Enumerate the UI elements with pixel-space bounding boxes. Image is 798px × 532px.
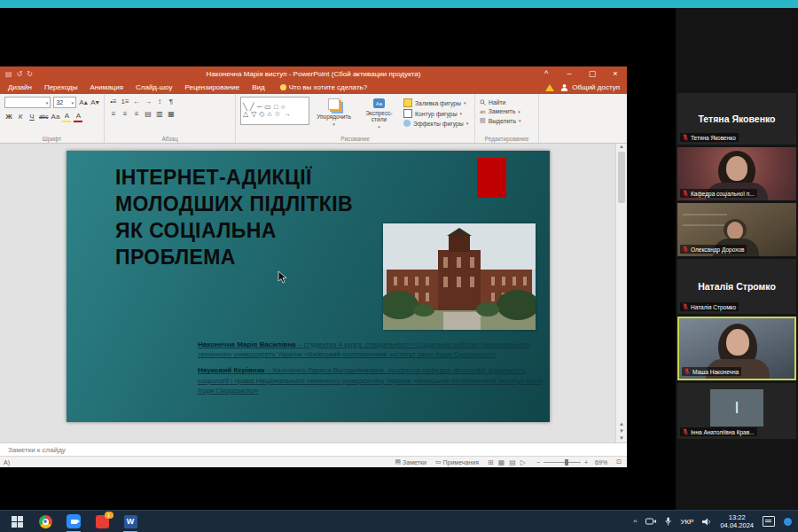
show-hidden-icons-chevron[interactable]: ^ <box>634 518 638 526</box>
word-taskbar-button[interactable]: W <box>121 511 139 532</box>
change-case-button[interactable]: Аа <box>51 112 59 121</box>
shape-effects-button[interactable]: Эффекты фигуры ▾ <box>403 120 468 127</box>
restore-button[interactable]: ▢ <box>581 66 604 81</box>
tab-transitions[interactable]: Переходы <box>38 81 84 94</box>
shape-outline-icon <box>403 109 412 118</box>
shape-fill-button[interactable]: Заливка фигуры ▾ <box>403 98 468 107</box>
justify-icon[interactable]: ▤ <box>144 109 153 119</box>
slide-red-accent-shape[interactable] <box>477 158 506 198</box>
slide-title-textbox[interactable]: ІНТЕРНЕТ-АДИКЦІЇ МОЛОДШИХ ПІДЛІТКІВ ЯК С… <box>115 165 421 271</box>
align-left-icon[interactable]: ≡ <box>109 109 118 119</box>
share-button[interactable]: Общий доступ <box>560 83 620 91</box>
slide-editor-area[interactable]: ІНТЕРНЕТ-АДИКЦІЇ МОЛОДШИХ ПІДЛІТКІВ ЯК С… <box>0 144 627 442</box>
font-size-combobox[interactable]: 32▾ <box>53 97 76 108</box>
slide-canvas[interactable]: ІНТЕРНЕТ-АДИКЦІЇ МОЛОДШИХ ПІДЛІТКІВ ЯК С… <box>66 151 550 422</box>
font-color-button[interactable]: А <box>74 111 82 122</box>
find-button[interactable]: Найти <box>480 99 534 106</box>
highlight-color-button[interactable]: А <box>62 111 71 122</box>
action-center-icon[interactable] <box>763 516 775 527</box>
zoom-taskbar-button[interactable] <box>65 511 82 532</box>
activation-warning-icon[interactable] <box>545 84 554 91</box>
slide-body-textbox[interactable]: Наконечна Марія Василівна – студентка 4 … <box>198 340 552 402</box>
blue-indicator-dot[interactable] <box>784 518 792 526</box>
next-slide-icon[interactable]: ▼ <box>619 428 624 434</box>
tell-me-box[interactable]: Что вы хотите сделать? <box>280 83 367 91</box>
mouse-cursor <box>278 270 287 284</box>
align-center-icon[interactable]: ≡ <box>121 109 129 119</box>
align-right-icon[interactable]: ≡ <box>132 109 141 119</box>
participant-tile[interactable]: Тетяна Яковенко Тетяна Яковенко <box>677 93 796 145</box>
select-button[interactable]: ▧ Выделить ▾ <box>480 117 534 124</box>
magnifier-icon <box>480 99 486 106</box>
shrink-font-icon[interactable]: A▾ <box>90 98 99 107</box>
language-indicator[interactable]: УКР <box>680 518 693 526</box>
ribbon-display-options-icon[interactable]: ^ <box>535 66 558 81</box>
previous-slide-icon[interactable]: ▲ <box>619 421 624 426</box>
save-icon[interactable]: ▤ <box>5 70 12 78</box>
camera-tray-icon[interactable] <box>645 518 656 525</box>
slide-sorter-view-icon[interactable]: ▦ <box>498 458 505 466</box>
quick-styles-button[interactable]: Аа Экспресс- стили ▾ <box>358 97 400 134</box>
university-building-image[interactable] <box>383 223 536 330</box>
tab-slideshow[interactable]: Слайд-шоу <box>129 81 178 94</box>
close-button[interactable]: × <box>604 66 627 81</box>
start-button[interactable] <box>8 511 26 532</box>
microphone-tray-icon[interactable] <box>665 517 671 526</box>
notes-toggle-button[interactable]: ▤ Заметки <box>395 458 426 466</box>
decrease-indent-icon[interactable]: ← <box>132 97 141 106</box>
numbering-icon[interactable]: 1≡ <box>121 97 129 106</box>
participant-tile-active-speaker[interactable]: Маша Наконечна <box>677 317 796 380</box>
slideshow-view-icon[interactable]: ▷ <box>520 458 526 466</box>
bullets-icon[interactable]: •≡ <box>109 97 118 106</box>
participant-tile[interactable]: І Інна Анатоліївна Крав... <box>677 383 796 439</box>
columns-icon[interactable]: ▥ <box>155 109 164 119</box>
vertical-scrollbar[interactable]: ▲ ▲ ▼ ▼ <box>615 144 627 442</box>
notification-app-taskbar-button[interactable]: 1 <box>93 511 111 532</box>
comments-toggle-button[interactable]: ▭ Примечания <box>435 458 479 466</box>
clock-time: 13:22 <box>720 513 754 521</box>
increase-indent-icon[interactable]: → <box>144 97 153 106</box>
italic-button[interactable]: К <box>16 112 25 121</box>
shapes-gallery[interactable]: ╲╱─▭□○ △▽◇⌂☆→ <box>240 97 309 125</box>
taskbar-clock[interactable]: 13:22 04.04.2024 <box>720 513 754 530</box>
meeting-topbar[interactable] <box>0 0 798 8</box>
scrollbar-thumb[interactable] <box>618 152 625 203</box>
zoom-out-icon[interactable]: − <box>536 459 540 466</box>
browser-taskbar-button[interactable] <box>36 511 54 532</box>
normal-view-icon[interactable]: ⊞ <box>488 458 494 466</box>
zoom-percentage[interactable]: 69% <box>595 459 607 466</box>
bold-button[interactable]: Ж <box>4 112 13 121</box>
shape-outline-button[interactable]: Контур фигуры ▾ <box>403 109 468 118</box>
participant-tile[interactable]: Олександр Дорохов <box>677 203 796 256</box>
grow-font-icon[interactable]: A▴ <box>79 98 88 107</box>
reading-view-icon[interactable]: ▤ <box>509 458 516 466</box>
zoom-slider[interactable] <box>544 462 581 463</box>
zoom-slider-thumb[interactable] <box>565 459 568 466</box>
participant-tile[interactable]: Кафедра соціальної п... <box>677 147 796 200</box>
tab-animations[interactable]: Анимация <box>83 81 129 94</box>
fit-to-window-icon[interactable]: ⊡ <box>616 458 622 466</box>
line-spacing-icon[interactable]: ↕ <box>155 97 164 106</box>
text-direction-icon[interactable]: ¶ <box>167 97 176 106</box>
scroll-up-icon[interactable]: ▲ <box>619 144 624 149</box>
font-name-combobox[interactable]: ▾ <box>4 97 51 108</box>
notes-pane[interactable]: Заметки к слайду <box>0 442 627 456</box>
find-label: Найти <box>489 99 505 106</box>
arrange-button[interactable]: Упорядочить ▾ <box>313 97 355 134</box>
underline-button[interactable]: Ч <box>27 112 36 121</box>
volume-tray-icon[interactable] <box>702 518 711 526</box>
replace-button[interactable]: ab Заменить ▾ <box>480 108 534 114</box>
tab-view[interactable]: Вид <box>246 81 270 94</box>
minimize-button[interactable]: – <box>558 66 581 81</box>
redo-icon[interactable]: ↻ <box>27 70 33 78</box>
strikethrough-button[interactable]: abc <box>39 112 48 121</box>
participant-tile[interactable]: Наталія Стромко Наталія Стромко <box>677 259 796 314</box>
zoom-in-icon[interactable]: + <box>584 459 588 466</box>
scroll-down-icon[interactable]: ▼ <box>619 435 624 441</box>
undo-icon[interactable]: ↺ <box>17 70 23 78</box>
tab-review[interactable]: Рецензирование <box>178 81 246 94</box>
tab-design[interactable]: Дизайн <box>2 81 38 94</box>
mic-muted-icon <box>683 428 688 435</box>
smartart-convert-icon[interactable]: ▦ <box>167 109 176 119</box>
powerpoint-titlebar[interactable]: ▤ ↺ ↻ Наконечна Марія виступ - PowerPoin… <box>0 66 627 81</box>
